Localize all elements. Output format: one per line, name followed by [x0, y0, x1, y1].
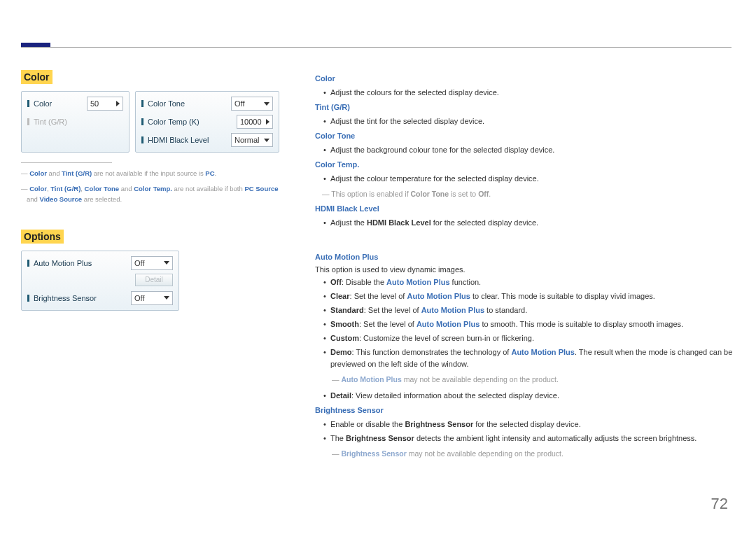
- options-panel-block: Auto Motion Plus Off Detail Brightness S…: [21, 251, 179, 311]
- color-row: Color 50: [24, 94, 126, 113]
- row-marker-icon: [141, 136, 144, 143]
- brightness-sensor-row: Brightness Sensor Off: [24, 289, 176, 307]
- amp-demo-item: Demo: This function demonstrates the tec…: [315, 346, 735, 370]
- color-panel-left: Color 50 Tint (G/R): [21, 91, 130, 153]
- row-marker-icon: [27, 100, 29, 107]
- hdmi-black-label: HDMI Black Level: [148, 136, 227, 144]
- amp-custom-item: Custom: Customize the level of screen bu…: [315, 332, 735, 344]
- row-marker-icon: [27, 295, 29, 302]
- page-number: 72: [711, 495, 728, 513]
- color-tone-label: Color Tone: [148, 99, 227, 108]
- color-label: Color: [34, 99, 83, 108]
- tint-label: Tint (G/R): [34, 118, 123, 126]
- color-value-spinner[interactable]: 50: [87, 97, 123, 111]
- hdmi-black-dropdown[interactable]: Normal: [231, 133, 273, 147]
- row-marker-icon: [27, 118, 29, 125]
- bs-label: Brightness Sensor: [34, 294, 127, 302]
- row-marker-icon: [141, 100, 144, 107]
- colortone-head: Color Tone: [315, 132, 735, 140]
- left-column: Color Color 50 Tint (G/R) Color Tone Off: [21, 70, 301, 464]
- hdmi-desc: Adjust the HDMI Black Level for the sele…: [315, 217, 735, 229]
- amp-intro: This option is used to view dynamic imag…: [315, 265, 735, 274]
- bs-desc-2: The Brightness Sensor detects the ambien…: [315, 433, 735, 444]
- amp-head: Auto Motion Plus: [315, 253, 735, 261]
- colortemp-note: ― This option is enabled if Color Tone i…: [315, 189, 735, 200]
- section-heading-color: Color: [21, 70, 52, 84]
- hdmi-black-row: HDMI Black Level Normal: [139, 131, 276, 149]
- detail-button[interactable]: Detail: [135, 274, 173, 286]
- color-temp-label: Color Temp (K): [148, 118, 232, 126]
- bs-note: ― Brightness Sensor may not be available…: [315, 449, 735, 460]
- amp-smooth-item: Smooth: Set the level of Auto Motion Plu…: [315, 318, 735, 330]
- amp-dropdown[interactable]: Off: [131, 256, 173, 270]
- amp-off-item: Off: Disable the Auto Motion Plus functi…: [315, 276, 735, 288]
- color-temp-row: Color Temp (K) 10000: [139, 113, 276, 131]
- amp-clear-item: Clear: Set the level of Auto Motion Plus…: [315, 290, 735, 302]
- bs-dropdown[interactable]: Off: [131, 291, 173, 305]
- amp-detail-item: Detail: View detailed information about …: [315, 390, 735, 402]
- color-settings-panel: Color 50 Tint (G/R) Color Tone Off Color…: [21, 91, 287, 153]
- row-marker-icon: [27, 260, 29, 267]
- tint-desc: Adjust the tint for the selected display…: [315, 115, 735, 127]
- amp-standard-item: Standard: Set the level of Auto Motion P…: [315, 304, 735, 316]
- section-heading-options: Options: [21, 230, 64, 244]
- color-tone-dropdown[interactable]: Off: [231, 97, 273, 111]
- auto-motion-plus-row: Auto Motion Plus Off: [24, 254, 176, 272]
- options-panel: Auto Motion Plus Off Detail Brightness S…: [21, 251, 287, 311]
- bs-desc-1: Enable or disable the Brightness Sensor …: [315, 419, 735, 430]
- right-column: Color Adjust the colours for the selecte…: [301, 70, 735, 464]
- row-marker-icon: [141, 118, 144, 125]
- color-panel-right: Color Tone Off Color Temp (K) 10000 HDMI…: [135, 91, 279, 153]
- bs-head: Brightness Sensor: [315, 406, 735, 414]
- footnote-rule: [21, 162, 112, 163]
- colortemp-head: Color Temp.: [315, 160, 735, 169]
- footnote-1: ― Color and Tint (G/R) are not available…: [21, 169, 287, 178]
- header-rule: [21, 47, 732, 48]
- colortone-desc: Adjust the background colour tone for th…: [315, 144, 735, 156]
- color-head: Color: [315, 74, 735, 83]
- hdmi-head: HDMI Black Level: [315, 204, 735, 213]
- color-desc: Adjust the colours for the selected disp…: [315, 87, 735, 99]
- color-temp-spinner[interactable]: 10000: [237, 115, 273, 129]
- amp-note: ― Auto Motion Plus may not be available …: [315, 374, 735, 386]
- tint-row: Tint (G/R): [24, 113, 126, 131]
- footnote-2: ― Color, Tint (G/R), Color Tone and Colo…: [21, 184, 287, 204]
- amp-label: Auto Motion Plus: [34, 259, 127, 267]
- tint-head: Tint (G/R): [315, 103, 735, 111]
- colortemp-desc: Adjust the colour temperature for the se…: [315, 173, 735, 185]
- color-tone-row: Color Tone Off: [139, 94, 276, 113]
